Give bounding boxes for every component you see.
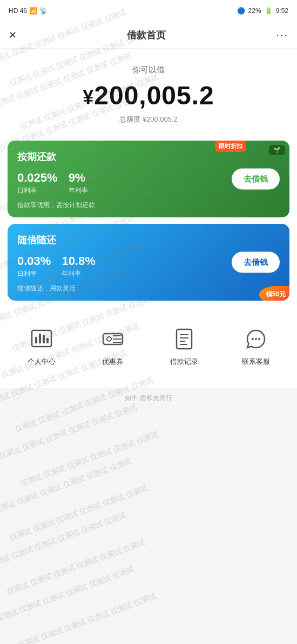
menu-item-service[interactable]: 联系客服 [242, 326, 270, 367]
close-icon[interactable]: ✕ [9, 29, 17, 41]
zhihu-footer: 知乎 @和光同行 [0, 388, 297, 408]
blue-annual-value: 10.8% [62, 254, 95, 268]
credit-label: 你可以借 [11, 65, 286, 75]
bluetooth-icon: 🔵 [237, 7, 245, 15]
svg-point-17 [258, 338, 260, 340]
watermark: 仅测试 仅测试 仅测试 仅测试 仅测试 仅测试 [16, 592, 157, 644]
wifi-icon: 📶 [29, 7, 37, 15]
currency-symbol: ¥ [83, 86, 94, 108]
coupon-badge[interactable]: 领50元 [259, 286, 289, 301]
service-label: 联系客服 [242, 357, 270, 367]
green-annual-value: 9% [69, 171, 88, 185]
battery-icon: 🔋 [265, 7, 273, 15]
amount-value: 200,005.2 [94, 81, 214, 110]
green-borrow-button[interactable]: 去借钱 [232, 169, 280, 190]
svg-rect-4 [46, 338, 49, 343]
svg-rect-2 [39, 334, 41, 343]
more-icon[interactable]: ··· [276, 29, 288, 41]
watermark: 仅测试 仅测试 仅测试 仅测试 仅测试 仅测试 [0, 565, 136, 624]
coupon-icon [99, 326, 126, 353]
page-title: 借款首页 [127, 29, 166, 42]
green-daily-label: 日利率 [17, 186, 58, 195]
main-content: 你可以借 ¥200,005.2 总额度 ¥200,005.2 🌱 按期还款 0.… [0, 49, 297, 388]
watermark: 仅测试 仅测试 仅测试 仅测试 仅测试 仅测试 [5, 537, 146, 597]
signal-icon: 📡 [39, 7, 48, 15]
blue-card-title: 随借随还 [17, 234, 280, 247]
svg-point-6 [107, 337, 111, 341]
status-left: HD 46 📶 📡 [9, 7, 48, 15]
blue-rate-annual: 10.8% 年利率 [62, 254, 95, 278]
blue-borrow-button[interactable]: 去借钱 [232, 252, 280, 273]
discount-badge: 限时折扣 [215, 141, 246, 152]
blue-daily-label: 日利率 [17, 269, 51, 278]
bottom-menu: 个人中心 优惠券 [0, 315, 297, 377]
green-daily-value: 0.025% [17, 171, 58, 185]
nav-bar: ✕ 借款首页 ··· [0, 22, 297, 49]
green-rate-daily: 0.025% 日利率 [17, 171, 58, 195]
watermark: 仅测试 仅测试 仅测试 仅测试 仅测试 仅测试 [8, 483, 149, 543]
blue-annual-label: 年利率 [62, 269, 95, 278]
watermark: 仅测试 仅测试 仅测试 仅测试 仅测试 仅测试 [19, 429, 160, 489]
menu-item-personal[interactable]: 个人中心 [28, 326, 56, 367]
status-right: 🔵 22% 🔋 9:52 [237, 7, 288, 15]
status-bar: HD 46 📶 📡 🔵 22% 🔋 9:52 [0, 0, 297, 22]
credit-total: 总额度 ¥200,005.2 [11, 115, 286, 124]
green-annual-label: 年利率 [69, 186, 88, 195]
blue-daily-value: 0.03% [17, 254, 51, 268]
green-corner-icon: 🌱 [269, 145, 285, 155]
credit-section: 你可以借 ¥200,005.2 总额度 ¥200,005.2 [0, 49, 297, 135]
menu-item-record[interactable]: 借款记录 [170, 326, 198, 367]
watermark: 仅测试 仅测试 仅测试 仅测试 仅测试 仅测试 [0, 510, 127, 570]
record-icon [171, 326, 198, 353]
menu-item-coupon[interactable]: 优惠券 [99, 326, 126, 367]
svg-rect-10 [177, 329, 192, 349]
personal-center-icon [28, 326, 55, 353]
cards-container: 🌱 按期还款 0.025% 日利率 9% 年利率 借款享优惠，需按计划还款 限时… [0, 135, 297, 306]
battery-text: 22% [248, 7, 261, 15]
card-green: 🌱 按期还款 0.025% 日利率 9% 年利率 借款享优惠，需按计划还款 限时… [8, 141, 289, 217]
time-text: 9:52 [276, 7, 288, 15]
service-icon [242, 326, 269, 353]
watermark: 仅测试 仅测试 仅测试 仅测试 仅测试 仅测试 [0, 402, 138, 462]
credit-amount: ¥200,005.2 [11, 81, 286, 110]
carrier-text: HD 46 [9, 7, 27, 15]
record-label: 借款记录 [170, 357, 198, 367]
watermark: 仅测试 仅测试 仅测试 仅测试 仅测试 仅测试 [0, 456, 133, 516]
green-card-footer: 借款享优惠，需按计划还款 [17, 201, 280, 210]
personal-center-label: 个人中心 [28, 357, 56, 367]
svg-rect-3 [43, 335, 45, 343]
green-card-title: 按期还款 [17, 150, 280, 163]
blue-rate-daily: 0.03% 日利率 [17, 254, 51, 278]
svg-rect-1 [35, 337, 37, 343]
svg-point-15 [252, 338, 254, 340]
footer-text: 知乎 @和光同行 [125, 394, 172, 402]
green-rate-annual: 9% 年利率 [69, 171, 88, 195]
blue-card-footer: 随借随还，用款灵活 [17, 284, 280, 293]
card-blue: 随借随还 0.03% 日利率 10.8% 年利率 随借随还，用款灵活 去借钱 领… [8, 224, 289, 301]
coupon-label: 优惠券 [102, 357, 123, 367]
svg-point-16 [255, 338, 257, 340]
